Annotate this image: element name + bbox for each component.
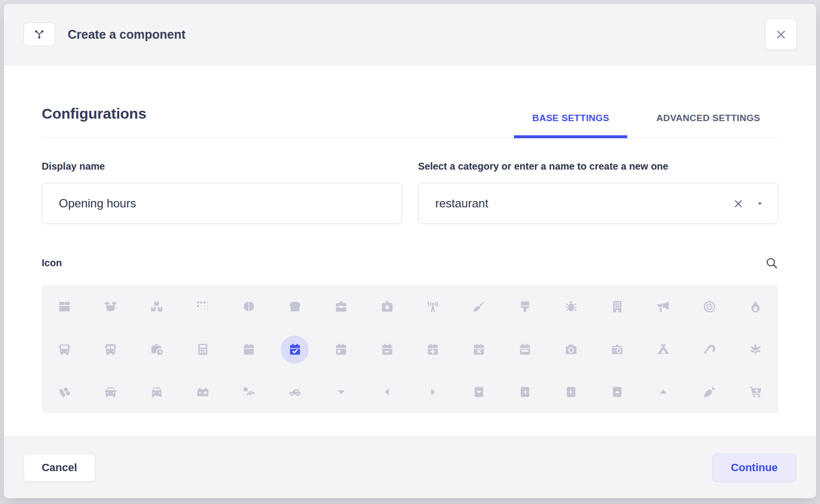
- capsules-icon: [57, 385, 72, 399]
- cart-plus-icon: [748, 385, 763, 399]
- bread-slice-icon: [288, 300, 302, 314]
- icon-burn[interactable]: [732, 285, 778, 328]
- icon-calendar-minus[interactable]: [364, 328, 410, 371]
- section-header-row: Configurations BASE SETTINGS ADVANCED SE…: [42, 104, 778, 138]
- icon-calendar-check[interactable]: [272, 328, 318, 371]
- caret-square-right-icon: [564, 385, 578, 399]
- icon-car-alt[interactable]: [134, 371, 180, 413]
- caret-left-icon: [380, 385, 394, 399]
- icon-car-side[interactable]: [272, 371, 318, 413]
- icon-calendar[interactable]: [226, 328, 272, 371]
- close-button[interactable]: [765, 19, 796, 50]
- icon-bug[interactable]: [548, 285, 594, 328]
- category-label: Select a category or enter a name to cre…: [418, 161, 779, 172]
- icon-caret-square-left[interactable]: [502, 371, 548, 413]
- icon-candy-cane[interactable]: [686, 328, 732, 371]
- icon-calculator[interactable]: [180, 328, 226, 371]
- icon-capsules[interactable]: [42, 371, 88, 413]
- icon-calendar-week[interactable]: [502, 328, 548, 371]
- carrot-icon: [702, 385, 717, 399]
- icon-car[interactable]: [88, 371, 134, 413]
- icon-boxes[interactable]: [134, 285, 180, 328]
- camera-retro-icon: [610, 342, 624, 356]
- icon-caret-down[interactable]: [318, 371, 364, 413]
- section-title: Configurations: [42, 104, 146, 138]
- icon-campground[interactable]: [640, 328, 686, 371]
- briefcase-icon: [334, 300, 348, 314]
- broadcast-tower-icon: [426, 300, 440, 314]
- icon-box-open[interactable]: [88, 285, 134, 328]
- icon-briefcase[interactable]: [318, 285, 364, 328]
- icon-car-battery[interactable]: [180, 371, 226, 413]
- bug-icon: [564, 300, 578, 314]
- icon-calendar-plus[interactable]: [410, 328, 456, 371]
- calendar-check-icon: [288, 342, 302, 356]
- icon-bus[interactable]: [42, 328, 88, 371]
- icon-carrot[interactable]: [686, 371, 732, 413]
- car-alt-icon: [150, 385, 164, 399]
- create-component-dialog: Create a component Configurations BASE S…: [4, 4, 816, 498]
- icon-cart-plus[interactable]: [732, 371, 778, 413]
- brush-icon: [518, 300, 532, 314]
- icon-camera-retro[interactable]: [594, 328, 641, 371]
- icon-briefcase-medical[interactable]: [364, 285, 410, 328]
- category-select-box: [418, 183, 779, 224]
- clear-icon[interactable]: [733, 198, 744, 209]
- display-name-field: Display name: [42, 161, 402, 224]
- broom-icon: [472, 300, 486, 314]
- icon-brush[interactable]: [502, 285, 548, 328]
- icon-caret-right[interactable]: [410, 371, 456, 413]
- calculator-icon: [196, 342, 210, 356]
- icon-caret-up[interactable]: [640, 371, 686, 413]
- tab-advanced-settings[interactable]: ADVANCED SETTINGS: [638, 113, 778, 138]
- icon-caret-square-down[interactable]: [456, 371, 502, 413]
- calendar-icon: [242, 342, 256, 356]
- icon-building[interactable]: [594, 285, 641, 328]
- caret-square-left-icon: [518, 385, 532, 399]
- cancel-button[interactable]: Cancel: [24, 454, 95, 482]
- dialog-body: Configurations BASE SETTINGS ADVANCED SE…: [4, 104, 816, 413]
- icon-bullhorn[interactable]: [640, 285, 686, 328]
- caret-square-down-icon: [472, 385, 486, 399]
- icon-business-time[interactable]: [134, 328, 180, 371]
- icon-brain[interactable]: [226, 285, 272, 328]
- icon-bullseye[interactable]: [686, 285, 732, 328]
- business-time-icon: [150, 342, 164, 356]
- icon-calendar-times[interactable]: [456, 328, 502, 371]
- caret-down-icon: [334, 385, 348, 399]
- dialog-title: Create a component: [68, 27, 185, 42]
- icon-bread-slice[interactable]: [272, 285, 318, 328]
- component-icon-box: [24, 23, 55, 46]
- icon-camera[interactable]: [548, 328, 594, 371]
- icon-picker-section: Icon: [42, 256, 778, 413]
- continue-button[interactable]: Continue: [712, 454, 796, 482]
- calendar-week-icon: [518, 342, 532, 356]
- bus-alt-icon: [103, 342, 118, 356]
- car-battery-icon: [196, 385, 210, 399]
- icon-caret-left[interactable]: [364, 371, 410, 413]
- icon-bus-alt[interactable]: [88, 328, 134, 371]
- icon-caret-square-right[interactable]: [548, 371, 594, 413]
- candy-cane-icon: [702, 342, 717, 356]
- icon-broadcast-tower[interactable]: [410, 285, 456, 328]
- braille-icon: [196, 300, 210, 314]
- caret-up-icon: [656, 385, 670, 399]
- briefcase-medical-icon: [380, 300, 394, 314]
- icon-braille[interactable]: [180, 285, 226, 328]
- icon-cannabis[interactable]: [732, 328, 778, 371]
- tab-base-settings[interactable]: BASE SETTINGS: [514, 113, 627, 138]
- icon-caret-square-up[interactable]: [594, 371, 641, 413]
- icon-box[interactable]: [42, 285, 88, 328]
- icon-search-button[interactable]: [765, 256, 778, 270]
- settings-tabs: BASE SETTINGS ADVANCED SETTINGS: [514, 113, 778, 138]
- brain-icon: [242, 300, 256, 314]
- icon-car-crash[interactable]: [226, 371, 272, 413]
- icon-broom[interactable]: [456, 285, 502, 328]
- page-background: Create a component Configurations BASE S…: [0, 0, 820, 504]
- display-name-input[interactable]: [58, 196, 388, 211]
- bullhorn-icon: [656, 300, 670, 314]
- category-input[interactable]: [435, 196, 733, 211]
- chevron-down-icon[interactable]: [756, 200, 764, 208]
- car-icon: [103, 385, 118, 399]
- icon-calendar-day[interactable]: [318, 328, 364, 371]
